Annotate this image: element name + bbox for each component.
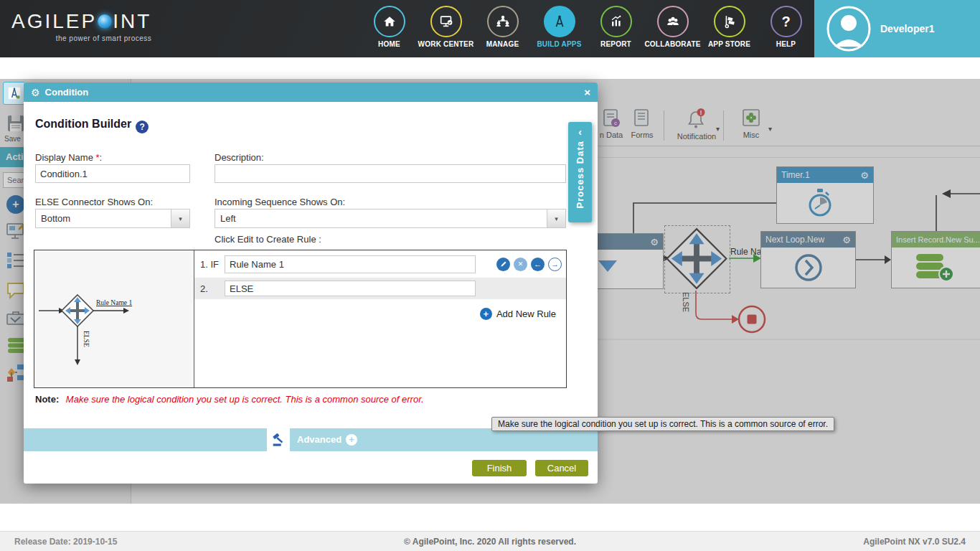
nav-item-app-store[interactable]: APP STORE: [701, 4, 758, 48]
status-footer: Release Date: 2019-10-15 © AgilePoint, I…: [0, 531, 980, 551]
top-navigation: AGILEPINT the power of smart process HOM…: [0, 0, 980, 57]
svg-text:ELSE: ELSE: [83, 331, 90, 347]
select-caret-icon[interactable]: ▾: [547, 209, 565, 227]
click-edit-label: Click Edit to Create Rule :: [215, 234, 321, 245]
user-account-area[interactable]: Developer1: [814, 0, 980, 57]
rule-number: 2.: [200, 283, 225, 294]
arrow-right-icon: →: [551, 260, 559, 268]
user-name: Developer1: [880, 23, 934, 34]
copyright-text: © AgilePoint, Inc. 2020 All rights reser…: [0, 537, 980, 547]
manage-icon: [495, 14, 511, 29]
nav-label: WORK CENTER: [418, 40, 474, 48]
agilepoint-logo[interactable]: AGILEPINT the power of smart process: [11, 10, 151, 42]
process-data-label: Process Data: [575, 141, 585, 208]
logo-dot-icon: [98, 14, 112, 29]
display-name-input[interactable]: [35, 164, 190, 183]
incoming-sequence-select[interactable]: Left ▾: [215, 209, 566, 228]
gavel-box: [267, 428, 290, 451]
process-data-tab[interactable]: ‹ Process Data: [568, 122, 592, 222]
nav-item-work-center[interactable]: WORK CENTER: [418, 4, 474, 48]
build-apps-compass-icon: [552, 14, 567, 29]
advanced-bar[interactable]: Advanced +: [24, 428, 598, 451]
application-window: AGILEPINT the power of smart process HOM…: [0, 0, 980, 551]
nav-label: HOME: [361, 40, 418, 48]
logo-tagline: the power of smart process: [11, 34, 151, 42]
else-rule-input[interactable]: [225, 281, 476, 296]
report-icon: [608, 14, 624, 29]
note-label: Note:: [35, 394, 59, 405]
nav-item-build-apps[interactable]: BUILD APPS: [531, 4, 588, 48]
rule-builder-box: Rule Name 1 ELSE 1. IF ✕ ← →: [34, 250, 567, 388]
add-new-rule-link[interactable]: Add New Rule: [496, 309, 556, 319]
home-icon: [382, 14, 397, 29]
pencil-icon: [500, 260, 507, 268]
add-rule-plus-icon[interactable]: +: [480, 308, 492, 320]
rule-list-panel: 1. IF ✕ ← → 2. + Add New Rule: [194, 250, 566, 387]
work-center-icon: [438, 14, 454, 29]
rule-name-input[interactable]: [225, 255, 476, 273]
move-left-button[interactable]: ←: [531, 258, 545, 271]
secondary-bar: i: [0, 57, 980, 79]
nav-label: BUILD APPS: [531, 40, 588, 48]
app-compass-icon: [7, 86, 22, 100]
nav-label: REPORT: [588, 40, 644, 48]
incoming-sequence-label: Incoming Sequence Shows On:: [215, 197, 345, 207]
rule-row-1: 1. IF ✕ ← →: [194, 250, 566, 278]
select-caret-icon[interactable]: ▾: [171, 209, 189, 227]
add-rule-row: + Add New Rule: [194, 308, 566, 320]
nav-item-collaborate[interactable]: COLLABORATE: [644, 4, 701, 48]
app-store-icon: [722, 14, 738, 29]
svg-text:Rule Name 1: Rule Name 1: [96, 299, 132, 306]
rule-number: 1. IF: [200, 259, 225, 270]
delete-rule-button[interactable]: ✕: [514, 258, 527, 271]
edit-rule-button[interactable]: [496, 258, 510, 271]
dialog-title: Condition: [45, 87, 585, 98]
collaborate-icon: [665, 14, 681, 29]
nav-item-home[interactable]: HOME: [361, 4, 418, 48]
help-icon[interactable]: ?: [136, 121, 149, 133]
description-input[interactable]: [215, 164, 566, 183]
rule-row-2: 2.: [194, 278, 566, 299]
nav-label: APP STORE: [701, 40, 758, 48]
nav-label: MANAGE: [474, 40, 531, 48]
help-question-icon: ?: [781, 14, 790, 30]
dialog-header[interactable]: ⚙ Condition ×: [24, 83, 598, 102]
else-connector-select[interactable]: Bottom ▾: [35, 209, 190, 228]
note-line: Note: Make sure the logical condition yo…: [35, 394, 424, 405]
collapse-chevron-icon: ‹: [578, 126, 582, 138]
finish-button[interactable]: Finish: [472, 460, 527, 476]
app-logo-button[interactable]: [3, 82, 26, 105]
note-text: Make sure the logical condition you set …: [66, 394, 424, 405]
logo-text: AGILEPINT: [11, 10, 151, 33]
description-label: Description:: [215, 152, 264, 163]
nav-item-manage[interactable]: MANAGE: [474, 4, 531, 48]
rule-preview-diagram: Rule Name 1 ELSE: [34, 250, 193, 387]
dialog-gear-icon: ⚙: [31, 87, 40, 98]
advanced-label: Advanced: [297, 434, 341, 445]
nav-item-report[interactable]: REPORT: [588, 4, 644, 48]
select-value: Bottom: [41, 213, 70, 224]
user-avatar: [826, 5, 872, 52]
else-connector-label: ELSE Connector Shows On:: [35, 197, 153, 207]
main-menu: HOME WORK CENTER MANAGE BUILD APPS: [361, 4, 814, 48]
rule-preview-panel: Rule Name 1 ELSE: [34, 250, 194, 387]
dialog-close-icon[interactable]: ×: [584, 86, 590, 98]
display-name-label: Display Name *:: [35, 152, 102, 163]
nav-item-help[interactable]: ? HELP: [758, 4, 814, 48]
select-value: Left: [220, 213, 236, 224]
bottom-gap: [0, 504, 980, 531]
x-icon: ✕: [518, 260, 524, 268]
nav-label: COLLABORATE: [644, 40, 701, 48]
nav-label: HELP: [758, 40, 814, 48]
arrow-left-icon: ←: [534, 260, 542, 268]
advanced-plus-icon[interactable]: +: [346, 434, 357, 446]
note-tooltip: Make sure the logical condition you set …: [491, 417, 834, 431]
condition-builder-heading: Condition Builder?: [35, 118, 149, 133]
cancel-button[interactable]: Cancel: [535, 460, 588, 476]
move-right-button[interactable]: →: [548, 258, 562, 271]
version-text: AgilePoint NX v7.0 SU2.4: [863, 537, 966, 547]
gavel-icon: [270, 432, 286, 448]
